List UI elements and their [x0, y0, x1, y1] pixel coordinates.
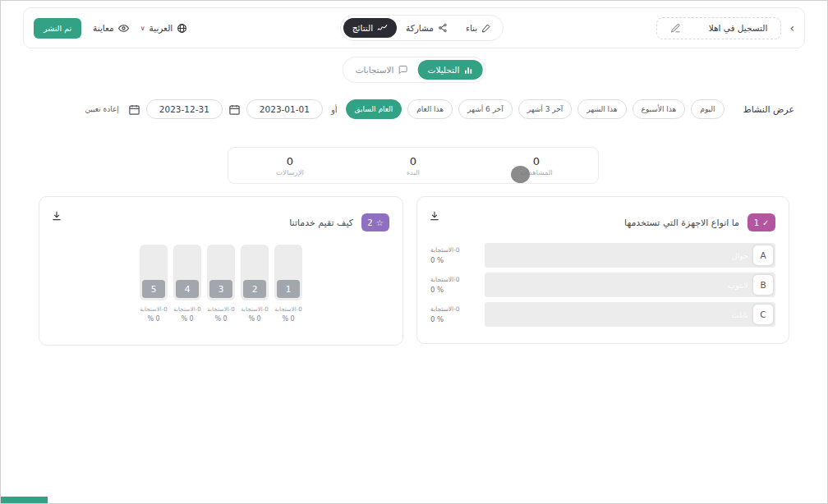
option-letter: B [753, 275, 773, 295]
preview-button[interactable]: معاينة [93, 23, 129, 33]
nav-item-results[interactable]: النتائج [343, 18, 397, 38]
rating-responses: 0-الاستجابة [241, 306, 269, 313]
filter-pill-previous-year[interactable]: العام السابق [346, 99, 402, 119]
rating-meta: 0-الاستجابة % 0 [241, 306, 269, 323]
rating-responses: 0-الاستجابة [274, 306, 302, 313]
rating-bar: 2 [241, 245, 269, 300]
published-button[interactable]: تم النشر [34, 18, 81, 39]
form-title-box[interactable]: التسجيل في اهلا [656, 17, 782, 39]
tab-analytics[interactable]: التحليلات [418, 60, 483, 80]
download-icon[interactable] [429, 210, 440, 222]
rating-responses: 0-الاستجابة [207, 306, 235, 313]
option-row: B لابتوب 0-الاستجابة 0 % [430, 273, 775, 297]
rating-bar: 3 [207, 245, 235, 300]
option-rows: A جوال 0-الاستجابة 0 % B لابتوب 0-الاستج… [417, 231, 789, 327]
calendar-icon[interactable] [228, 103, 241, 116]
question-number: 1 [754, 218, 759, 227]
or-label: أو [331, 105, 338, 114]
topbar-right-group: › التسجيل في اهلا [656, 17, 794, 39]
mode-switcher: بناء مشاركة النتائج [340, 15, 504, 41]
rating-meta: 0-الاستجابة % 0 [140, 306, 168, 323]
rating-percent: % 0 [173, 315, 201, 323]
stats-summary: 0 المشاهدات 0 البدء 0 الإرسالات [228, 147, 599, 184]
tab-responses[interactable]: الاستجابات [346, 60, 418, 80]
pencil-icon [670, 23, 681, 34]
filter-pill-this-year[interactable]: هذا العام [407, 99, 453, 119]
share-icon [438, 23, 448, 33]
option-letter: A [753, 245, 773, 265]
rating-meta: 0-الاستجابة % 0 [274, 306, 302, 323]
rating-number: 5 [142, 280, 165, 298]
calendar-icon[interactable] [128, 103, 140, 116]
rating-number: 2 [243, 280, 266, 298]
stat-label: المشاهدات [475, 168, 598, 176]
rating-bar-1: 1 0-الاستجابة % 0 [274, 245, 302, 323]
date-to-input[interactable]: 2023-12-31 [146, 99, 223, 119]
globe-icon [177, 23, 187, 34]
option-percent: 0 % [430, 315, 476, 323]
download-icon[interactable] [51, 210, 62, 222]
rating-bar: 1 [274, 245, 302, 300]
option-letter: C [753, 305, 773, 324]
rating-bar: 4 [173, 245, 201, 300]
option-responses: 0-الاستجابة [430, 276, 476, 283]
chevron-down-icon: ∨ [140, 25, 145, 32]
option-row: C تابلت 0-الاستجابة 0 % [430, 302, 775, 327]
filter-pill-today[interactable]: اليوم [691, 99, 724, 119]
tab-label: الاستجابات [356, 65, 394, 75]
filter-pill-this-week[interactable]: هذا الأسبوع [632, 99, 686, 119]
form-title: التسجيل في اهلا [709, 23, 768, 33]
filter-pill-last-6-months[interactable]: آخر 6 أشهر [458, 99, 513, 119]
language-selector[interactable]: العربية ∨ [140, 23, 188, 34]
stat-views: 0 المشاهدات [475, 155, 598, 176]
question-header: ✓ 1 ما انواع الاجهزة التي تستخدمها [417, 197, 789, 231]
filter-pill-last-3-months[interactable]: آخر 3 أشهر [518, 99, 573, 119]
filter-pill-this-month[interactable]: هذا الشهر [577, 99, 626, 119]
stat-value: 0 [352, 155, 475, 167]
question-badge: ☆ 2 [361, 213, 389, 231]
option-label: جوال [732, 251, 748, 260]
stat-submissions: 0 الإرسالات [228, 155, 352, 176]
rating-responses: 0-الاستجابة [173, 306, 201, 313]
option-percent: 0 % [430, 286, 476, 294]
question-title: كيف تقيم خدماتنا [289, 218, 353, 228]
bar-chart-icon [463, 66, 472, 75]
question-card-rating: ☆ 2 كيف تقيم خدماتنا 1 0-الاستجابة % 0 2 [39, 196, 403, 346]
results-tabs: التحليلات الاستجابات [343, 57, 486, 83]
check-icon: ✓ [762, 218, 769, 227]
option-responses: 0-الاستجابة [430, 246, 476, 254]
rating-bar-2: 2 0-الاستجابة % 0 [241, 245, 269, 323]
option-label: لابتوب [728, 281, 748, 290]
topbar-left-group: العربية ∨ معاينة تم النشر [34, 18, 187, 39]
nav-item-build[interactable]: بناء [457, 18, 500, 38]
bottom-progress-strip [1, 497, 48, 503]
cursor-dot [511, 166, 530, 183]
question-card-devices: ✓ 1 ما انواع الاجهزة التي تستخدمها A جوا… [416, 196, 789, 344]
rating-bar: 5 [140, 245, 168, 300]
rating-meta: 0-الاستجابة % 0 [207, 306, 235, 323]
rating-meta: 0-الاستجابة % 0 [173, 306, 201, 323]
rating-bar-4: 4 0-الاستجابة % 0 [173, 245, 201, 323]
reset-button[interactable]: إعادة تعيين [85, 105, 119, 113]
stat-label: الإرسالات [228, 168, 352, 176]
results-line-icon [377, 24, 388, 33]
star-icon: ☆ [376, 218, 384, 227]
filters-label: عرض النشاط [743, 104, 795, 115]
back-chevron-icon[interactable]: › [789, 21, 794, 34]
option-meta: 0-الاستجابة 0 % [430, 305, 476, 323]
rating-number: 4 [176, 280, 199, 298]
tab-label: التحليلات [428, 65, 460, 75]
question-badge: ✓ 1 [748, 213, 775, 231]
nav-item-share[interactable]: مشاركة [397, 18, 457, 38]
nav-item-label: النتائج [352, 23, 373, 33]
language-label: العربية [150, 23, 173, 33]
rating-bars: 1 0-الاستجابة % 0 2 0-الاستجابة % 0 3 [39, 245, 402, 323]
question-header: ☆ 2 كيف تقيم خدماتنا [39, 197, 402, 231]
topbar: › التسجيل في اهلا بناء [23, 7, 805, 48]
chat-bubble-icon [398, 65, 408, 75]
date-from-input[interactable]: 2023-01-01 [246, 99, 323, 119]
rating-number: 1 [277, 280, 300, 298]
eye-icon [118, 24, 129, 33]
option-percent: 0 % [430, 256, 476, 264]
rating-number: 3 [209, 280, 232, 298]
